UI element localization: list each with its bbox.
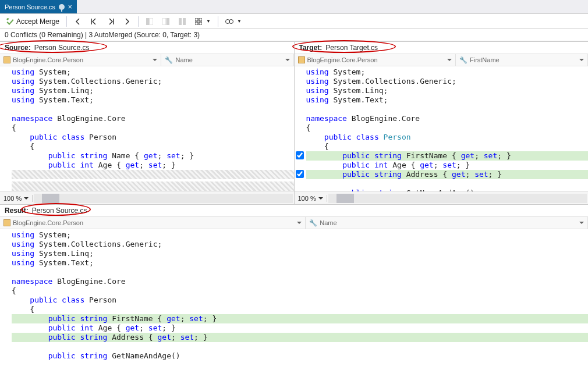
- code-line: [12, 342, 588, 351]
- code-line: public string Name { get; set; }: [12, 151, 294, 161]
- chevron-down-icon: [24, 197, 29, 202]
- code-line: using System;: [12, 67, 294, 77]
- code-line: [12, 182, 294, 191]
- nav-first-button[interactable]: [87, 15, 102, 28]
- nav-left-button[interactable]: [70, 15, 86, 28]
- result-header: Result: Person Source.cs: [0, 205, 588, 216]
- chevron-down-icon: [153, 59, 157, 63]
- nav-class-label: BlogEngine.Core.Person: [13, 56, 83, 63]
- source-filename: Person Source.cs: [34, 44, 90, 52]
- source-pane: Source: Person Source.cs BlogEngine.Core…: [0, 42, 295, 204]
- nav-right-button[interactable]: [119, 15, 134, 28]
- target-label: Target:: [299, 44, 323, 52]
- code-line: using System.Text;: [12, 95, 294, 105]
- code-line: using System;: [306, 67, 589, 77]
- layout-both-icon: [178, 17, 186, 26]
- code-line: {: [12, 142, 294, 151]
- code-line: [306, 105, 589, 114]
- close-icon[interactable]: ×: [68, 3, 72, 11]
- source-zoom-combo[interactable]: 100 %: [0, 195, 33, 202]
- layout-left-button[interactable]: [142, 15, 157, 28]
- layout-right-icon: [162, 17, 170, 26]
- arrow-first-icon: [90, 17, 98, 26]
- horizontal-scrollbar[interactable]: [328, 194, 587, 203]
- scrollbar-thumb[interactable]: [42, 194, 59, 203]
- chevron-down-icon: [579, 59, 584, 63]
- result-nav-bar: BlogEngine.Core.Person 🔧Name: [0, 216, 588, 229]
- compare-icon: [225, 17, 233, 26]
- scrollbar-thumb[interactable]: [336, 194, 354, 203]
- code-line: public class Person: [12, 296, 588, 305]
- code-line: namespace BlogEngine.Core: [12, 277, 588, 286]
- target-nav-bar: BlogEngine.Core.Person 🔧FirstName: [295, 54, 589, 66]
- target-class-combo[interactable]: BlogEngine.Core.Person: [295, 54, 456, 66]
- target-member-combo[interactable]: 🔧FirstName: [456, 54, 588, 66]
- code-line: [12, 170, 294, 182]
- code-line: {: [12, 286, 588, 296]
- compare-dropdown[interactable]: ▼: [222, 15, 245, 28]
- code-line: using System;: [12, 230, 588, 240]
- result-label: Result:: [5, 207, 29, 215]
- code-line: public int Age { get; set; }: [12, 323, 588, 333]
- svg-rect-1: [150, 18, 153, 25]
- layout-right-button[interactable]: [158, 15, 173, 28]
- code-line: public string Address { get; set; }: [306, 170, 589, 179]
- code-line: public string Address { get; set; }: [12, 333, 588, 342]
- code-line: namespace BlogEngine.Core: [12, 114, 294, 123]
- code-line: {: [12, 123, 294, 133]
- code-line: public int Age { get; set; }: [306, 161, 589, 170]
- code-line: [12, 105, 294, 114]
- horizontal-scrollbar[interactable]: [34, 194, 292, 203]
- conflict-status: 0 Conflicts (0 Remaining) | 3 AutoMerged…: [0, 29, 588, 41]
- nav-member-label: Name: [320, 219, 336, 226]
- class-icon: [3, 56, 10, 63]
- source-code-editor[interactable]: using System;using System.Collections.Ge…: [0, 66, 294, 191]
- target-zoom-combo[interactable]: 100 %: [295, 195, 327, 202]
- arrow-left-icon: [74, 17, 82, 26]
- code-line: public string GetNameAndAge(): [306, 188, 589, 191]
- wrench-icon: 🔧: [165, 56, 173, 64]
- chevron-down-icon: [318, 197, 323, 202]
- target-filename: Person Target.cs: [325, 44, 378, 52]
- arrow-last-icon: [107, 17, 115, 26]
- source-member-combo[interactable]: 🔧Name: [161, 54, 293, 66]
- accept-merge-button[interactable]: Accept Merge: [2, 15, 63, 28]
- svg-rect-9: [199, 22, 202, 25]
- svg-rect-3: [167, 18, 169, 25]
- arrow-right-icon: [123, 17, 131, 26]
- code-line: using System.Collections.Generic;: [12, 240, 588, 249]
- code-line: using System.Linq;: [12, 249, 588, 258]
- nav-last-button[interactable]: [103, 15, 118, 28]
- result-member-combo[interactable]: 🔧Name: [306, 217, 588, 229]
- tab-title: Person Source.cs: [5, 3, 55, 10]
- result-class-combo[interactable]: BlogEngine.Core.Person: [0, 217, 306, 229]
- zoom-value: 100 %: [298, 195, 316, 202]
- result-filename: Person Source.cs: [32, 207, 87, 215]
- code-line: [306, 179, 589, 188]
- accept-change-checkbox[interactable]: [296, 170, 304, 178]
- wrench-icon: 🔧: [309, 219, 317, 227]
- nav-class-label: BlogEngine.Core.Person: [13, 219, 83, 226]
- nav-member-label: FirstName: [470, 56, 500, 63]
- accept-merge-label: Accept Merge: [16, 17, 59, 26]
- code-line: using System.Text;: [12, 258, 588, 268]
- result-code-editor[interactable]: using System;using System.Collections.Ge…: [0, 229, 588, 370]
- layout-left-icon: [146, 17, 154, 26]
- nav-member-label: Name: [175, 56, 192, 63]
- nav-class-label: BlogEngine.Core.Person: [307, 56, 378, 63]
- layout-both-button[interactable]: [175, 15, 190, 28]
- code-line: using System.Linq;: [12, 86, 294, 95]
- accept-change-checkbox[interactable]: [296, 151, 304, 159]
- code-line: using System.Linq;: [306, 86, 589, 95]
- view-mode-dropdown[interactable]: ▼: [191, 15, 214, 28]
- document-tab[interactable]: Person Source.cs ×: [0, 0, 77, 13]
- chevron-down-icon: [447, 59, 452, 63]
- target-code-editor[interactable]: using System;using System.Collections.Ge…: [295, 66, 589, 191]
- svg-rect-7: [199, 18, 202, 21]
- code-line: public class Person: [306, 133, 589, 142]
- pin-icon[interactable]: [59, 4, 65, 10]
- code-line: public int Age { get; set; }: [12, 161, 294, 170]
- source-class-combo[interactable]: BlogEngine.Core.Person: [0, 54, 161, 66]
- svg-rect-8: [195, 22, 198, 25]
- code-line: {: [12, 305, 588, 314]
